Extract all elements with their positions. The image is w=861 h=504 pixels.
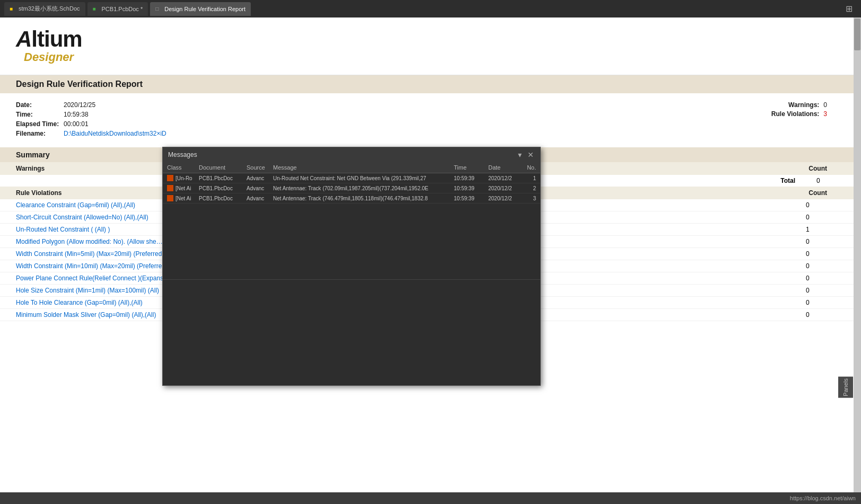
time-label: Time: — [16, 111, 64, 118]
filename-row: Filename: D:\BaiduNetdiskDownload\stm32×… — [16, 130, 228, 137]
elapsed-label: Elapsed Time: — [16, 120, 64, 128]
dialog-close-button[interactable]: ✕ — [526, 151, 535, 159]
violation-count-7: 0 — [806, 287, 838, 294]
warnings-stat: Warnings: 0 — [788, 101, 827, 109]
msg-time-2: 10:59:39 — [454, 196, 488, 201]
status-bar: https://blog.csdn.net/aiwn — [0, 492, 861, 504]
total-value: 0 — [816, 177, 838, 184]
col-time-header: Time — [454, 164, 488, 171]
altium-logo: Altium Designer — [16, 28, 838, 64]
report-info-right: Warnings: 0 Rule Violations: 3 — [228, 101, 838, 139]
violations-stat: Rule Violations: 3 — [771, 110, 827, 118]
panels-label[interactable]: Panels — [838, 377, 853, 398]
violation-count-4: 0 — [806, 250, 838, 258]
message-row-0[interactable]: [Un-Ro PCB1.PbcDoc Advanc Un-Routed Net … — [163, 173, 540, 183]
tab-drc-label: Design Rule Verification Report — [164, 6, 245, 12]
report-info-left: Date: 2020/12/25 Time: 10:59:38 Elapsed … — [16, 101, 228, 139]
violations-count-header: Count — [809, 189, 838, 197]
drc-icon: □ — [155, 6, 162, 12]
schematic-icon: ■ — [10, 6, 16, 12]
pcb-icon: ■ — [93, 6, 99, 12]
msg-icon-2 — [167, 195, 173, 201]
msg-source-1: Advanc — [247, 185, 273, 191]
elapsed-value: 00:00:01 — [64, 120, 89, 128]
filename-value[interactable]: D:\BaiduNetdiskDownload\stm32×iD — [64, 130, 166, 137]
dialog-titlebar: Messages ▾ ✕ — [163, 147, 540, 162]
report-title-text: Design Rule Verification Report — [16, 79, 143, 89]
msg-message-2: Net Antennae: Track (746.479mil,1805.118… — [273, 196, 454, 201]
warnings-value: 0 — [823, 101, 827, 109]
time-row: Time: 10:59:38 — [16, 111, 228, 118]
warnings-section-label: Warnings — [16, 165, 45, 172]
tab-schematic-label: stm32最小系统.SchDoc — [19, 5, 80, 13]
msg-message-0: Un-Routed Net Constraint: Net GND Betwee… — [273, 175, 454, 181]
report-header: Altium Designer — [0, 17, 854, 75]
msg-date-0: 2020/12/2 — [488, 175, 523, 181]
violations-label: Rule Violations: — [771, 110, 819, 118]
msg-class-1: [Net Ai — [167, 185, 199, 191]
scrollbar-thumb[interactable] — [854, 19, 860, 50]
col-doc-header: Document — [199, 164, 247, 171]
dialog-pin-button[interactable]: ▾ — [515, 151, 524, 159]
grid-icon: ⊞ — [846, 4, 853, 14]
violation-count-0: 0 — [806, 201, 838, 209]
title-bar: ■ stm32最小系统.SchDoc ■ PCB1.PcbDoc * □ Des… — [0, 0, 861, 17]
violations-section-label: Rule Violations — [16, 189, 62, 197]
msg-time-1: 10:59:39 — [454, 185, 488, 191]
title-bar-right: ⊞ — [841, 2, 857, 16]
msg-class-0: [Un-Ro — [167, 175, 199, 181]
msg-class-2: [Net Ai — [167, 195, 199, 201]
tab-drc[interactable]: □ Design Rule Verification Report — [150, 2, 251, 16]
tab-pcb[interactable]: ■ PCB1.PcbDoc * — [87, 2, 148, 16]
violation-count-1: 0 — [806, 214, 838, 221]
filename-label: Filename: — [16, 130, 64, 137]
tab-schematic[interactable]: ■ stm32最小系统.SchDoc — [4, 2, 85, 16]
elapsed-row: Elapsed Time: 00:00:01 — [16, 120, 228, 128]
msg-no-0: 1 — [523, 175, 536, 181]
date-value: 2020/12/25 — [64, 101, 95, 109]
violation-count-8: 0 — [806, 299, 838, 306]
designer-text: Designer — [24, 50, 74, 64]
messages-dialog: Messages ▾ ✕ Class Document Source Messa… — [162, 147, 541, 386]
msg-no-2: 3 — [523, 196, 536, 201]
msg-doc-2: PCB1.PbcDoc — [199, 196, 247, 201]
violation-count-6: 0 — [806, 275, 838, 282]
report-title: Design Rule Verification Report — [0, 75, 854, 93]
messages-bottom-area — [163, 279, 540, 385]
dialog-title: Messages — [168, 151, 197, 158]
altium-name: ltium — [31, 26, 82, 51]
msg-source-0: Advanc — [247, 175, 273, 181]
date-row: Date: 2020/12/25 — [16, 101, 228, 109]
report-info: Date: 2020/12/25 Time: 10:59:38 Elapsed … — [0, 93, 854, 147]
violation-count-3: 0 — [806, 238, 838, 245]
msg-date-1: 2020/12/2 — [488, 185, 523, 191]
warnings-label: Warnings: — [788, 101, 819, 109]
col-source-header: Source — [247, 164, 273, 171]
col-no-header: No. — [523, 164, 536, 171]
msg-source-2: Advanc — [247, 196, 273, 201]
violations-value: 3 — [823, 110, 827, 118]
msg-no-1: 2 — [523, 185, 536, 191]
col-class-header: Class — [167, 164, 199, 171]
status-url[interactable]: https://blog.csdn.net/aiwn — [790, 495, 856, 501]
msg-icon-0 — [167, 175, 173, 181]
tab-pcb-label: PCB1.PcbDoc * — [102, 6, 143, 12]
count-header: Count — [809, 165, 838, 172]
summary-title: Summary — [16, 151, 50, 159]
msg-doc-1: PCB1.PbcDoc — [199, 185, 247, 191]
col-date-header: Date — [488, 164, 523, 171]
dialog-controls: ▾ ✕ — [515, 151, 535, 159]
violation-count-2: 1 — [806, 226, 838, 233]
violation-count-5: 0 — [806, 262, 838, 270]
scrollbar-track[interactable] — [854, 17, 861, 504]
col-message-header: Message — [273, 164, 454, 171]
msg-time-0: 10:59:39 — [454, 175, 488, 181]
messages-table-header: Class Document Source Message Time Date … — [163, 162, 540, 173]
message-row-2[interactable]: [Net Ai PCB1.PbcDoc Advanc Net Antennae:… — [163, 193, 540, 204]
msg-message-1: Net Antennae: Track (702.09mil,1987.205m… — [273, 185, 454, 191]
msg-date-2: 2020/12/2 — [488, 196, 523, 201]
altium-text: Altium — [16, 26, 82, 51]
message-row-1[interactable]: [Net Ai PCB1.PbcDoc Advanc Net Antennae:… — [163, 183, 540, 193]
total-label: Total — [780, 177, 795, 184]
violation-count-9: 0 — [806, 311, 838, 319]
